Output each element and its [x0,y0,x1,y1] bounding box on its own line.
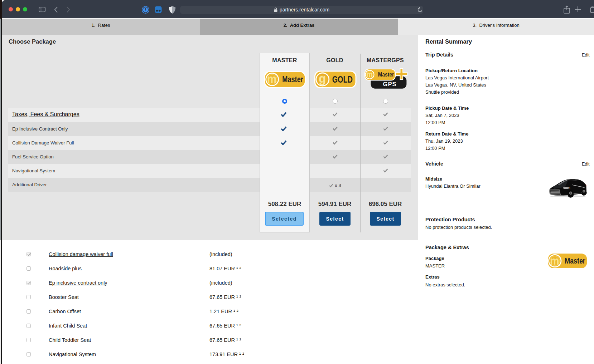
svg-text:m: m [366,70,373,79]
svg-text:m: m [267,72,276,85]
svg-text:GOLD: GOLD [332,74,353,84]
svg-text:Master: Master [378,71,394,78]
svg-text:Master: Master [282,75,303,84]
svg-text:GPS: GPS [383,81,397,87]
svg-text:Master: Master [565,256,585,265]
svg-text:m: m [550,254,559,267]
svg-text:g: g [319,72,326,85]
